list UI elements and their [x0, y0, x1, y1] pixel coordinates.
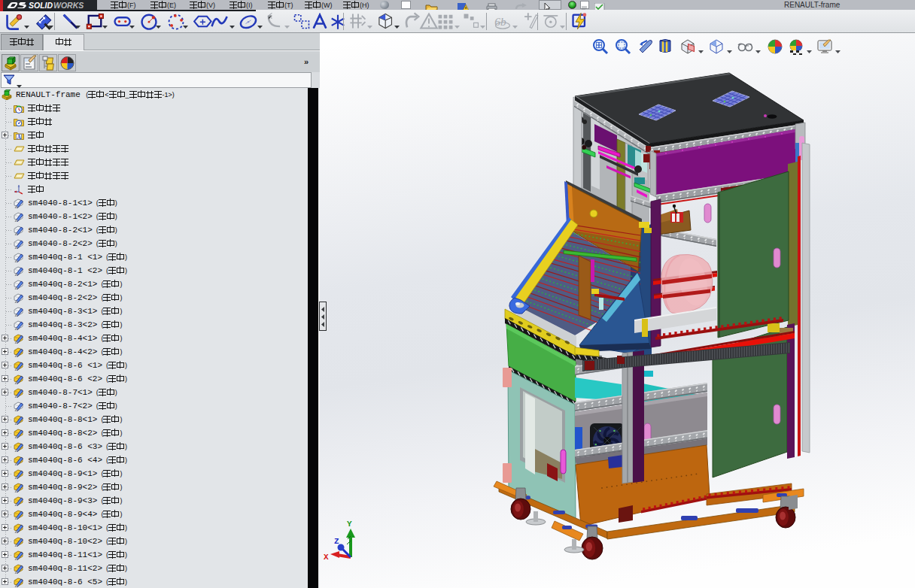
svg-text:X: X	[324, 553, 329, 562]
svg-text:Y: Y	[347, 520, 352, 529]
svg-text:Z: Z	[334, 537, 339, 546]
